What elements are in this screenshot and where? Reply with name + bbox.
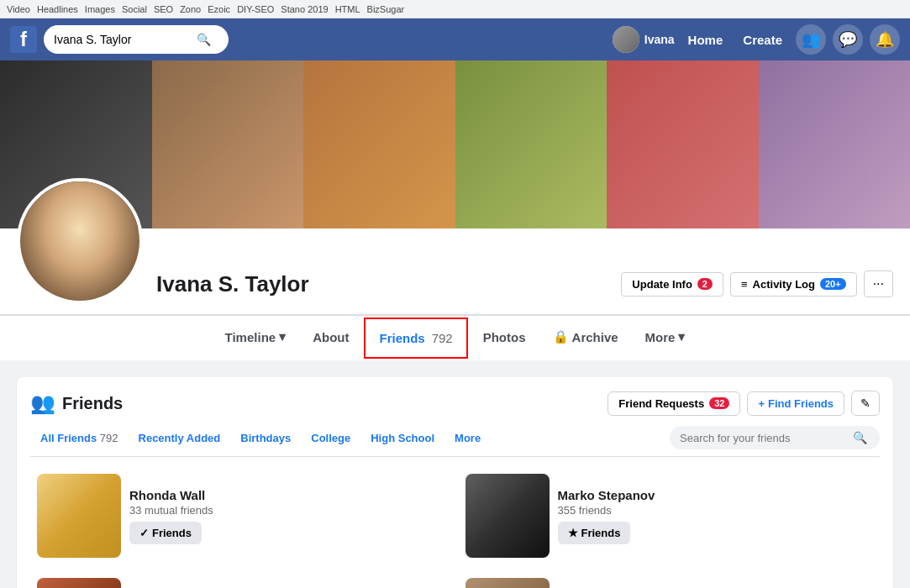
bookmark-social[interactable]: Social <box>122 4 147 14</box>
tab-about-label: About <box>313 330 349 344</box>
filter-recently-added[interactable]: Recently Added <box>129 427 231 449</box>
tab-timeline[interactable]: Timeline ▾ <box>212 318 300 359</box>
navbar-search-box: 🔍 <box>44 25 229 54</box>
list-item: Rhonda Wall 33 mutual friends ✓ Friends <box>30 467 452 564</box>
friend-avatar-marko[interactable] <box>466 474 550 558</box>
friends-search-icon[interactable]: 🔍 <box>853 431 867 444</box>
nav-notifications-icon[interactable]: 🔔 <box>870 24 900 55</box>
find-friends-button[interactable]: + Find Friends <box>747 391 844 416</box>
friend-mutual-rhonda: 33 mutual friends <box>129 504 445 517</box>
friends-filters: All Friends 792 Recently Added Birthdays… <box>30 426 880 457</box>
tab-photos[interactable]: Photos <box>470 318 539 359</box>
profile-name-area: Ivana S. Taylor <box>156 271 309 297</box>
bookmark-html[interactable]: HTML <box>335 4 360 14</box>
tab-more-label: More <box>645 330 676 344</box>
friends-header-right: Friend Requests 32 + Find Friends ✎ <box>608 391 880 416</box>
friends-grid: Rhonda Wall 33 mutual friends ✓ Friends … <box>30 467 880 588</box>
list-item: Marko Stepanov 355 friends ★ Friends <box>459 467 881 564</box>
friend-mutual-marko: 355 friends <box>558 504 874 517</box>
friend-avatar-rhonda[interactable] <box>37 474 121 558</box>
navbar: f 🔍 Ivana Home Create 👥 💬 🔔 <box>0 18 910 60</box>
navbar-search-input[interactable] <box>54 33 197 46</box>
filter-all-friends[interactable]: All Friends 792 <box>30 427 129 449</box>
friends-header: 👥 Friends Friend Requests 32 + Find Frie… <box>30 391 880 416</box>
tab-timeline-label: Timeline <box>225 330 276 344</box>
bookmark-bizsugar[interactable]: BizSugar <box>367 4 405 14</box>
update-info-button[interactable]: Update Info 2 <box>621 272 723 297</box>
cover-col-2 <box>152 60 304 228</box>
bookmark-images[interactable]: Images <box>85 4 115 14</box>
bookmark-video[interactable]: Video <box>7 4 30 14</box>
tab-about[interactable]: About <box>299 318 362 359</box>
cover-area: Ivana S. Taylor Update Info 2 ≡ Activity… <box>0 60 910 360</box>
update-info-badge: 2 <box>697 278 713 290</box>
tab-more[interactable]: More ▾ <box>632 318 699 359</box>
friend-avatar-image-kathy <box>466 578 550 588</box>
friend-action-marko[interactable]: ★ Friends <box>558 522 631 544</box>
navbar-search-icon[interactable]: 🔍 <box>197 33 211 46</box>
navbar-user[interactable]: Ivana <box>613 26 675 53</box>
friend-action-rhonda[interactable]: ✓ Friends <box>129 522 202 544</box>
tab-friends[interactable]: Friends 792 <box>364 318 467 359</box>
lock-icon: 🔒 <box>553 329 569 344</box>
bookmark-diy-seo[interactable]: DIY-SEO <box>237 4 274 14</box>
profile-tabs: Timeline ▾ About Friends 792 Photos 🔒 Ar… <box>0 315 910 360</box>
activity-log-label: Activity Log <box>753 278 815 291</box>
nav-home-link[interactable]: Home <box>681 29 730 50</box>
friend-name-marko[interactable]: Marko Stepanov <box>558 488 874 502</box>
friend-avatar-victoria[interactable] <box>37 578 121 588</box>
friend-avatar-kathy[interactable] <box>466 578 550 588</box>
nav-messenger-icon[interactable]: 💬 <box>833 24 863 55</box>
profile-area: Ivana S. Taylor Update Info 2 ≡ Activity… <box>0 228 910 315</box>
filter-all-count: 792 <box>100 432 118 444</box>
activity-log-button[interactable]: ≡ Activity Log 20+ <box>730 272 857 297</box>
friend-avatar-image-rhonda <box>37 474 121 558</box>
main-content: 👥 Friends Friend Requests 32 + Find Frie… <box>0 360 910 588</box>
filter-high-school[interactable]: High School <box>360 427 444 449</box>
cover-col-6 <box>759 60 911 228</box>
friend-requests-badge: 32 <box>709 397 729 409</box>
facebook-logo-letter: f <box>20 28 27 51</box>
friend-requests-label: Friend Requests <box>618 397 704 410</box>
checkmark-icon: ✓ <box>139 527 149 539</box>
filter-birthdays[interactable]: Birthdays <box>230 427 301 449</box>
bell-icon: 🔔 <box>876 30 894 49</box>
friends-section-icon: 👥 <box>30 391 55 415</box>
dots-icon: ··· <box>873 276 884 291</box>
facebook-logo[interactable]: f <box>10 26 37 53</box>
activity-log-badge: 20+ <box>820 278 846 290</box>
profile-name: Ivana S. Taylor <box>156 271 309 297</box>
navbar-right: Ivana Home Create 👥 💬 🔔 <box>613 24 900 55</box>
filter-more-label: More <box>455 432 481 444</box>
list-item: Victoria Taylor 444 friends ★ Friends <box>30 571 452 588</box>
tab-archive[interactable]: 🔒 Archive <box>539 318 632 359</box>
bookmark-stano[interactable]: Stano 2019 <box>281 4 328 14</box>
friends-title-area: 👥 Friends <box>30 391 123 415</box>
friends-people-icon: 👥 <box>802 30 820 49</box>
friend-info-marko: Marko Stepanov 355 friends ★ Friends <box>558 488 874 544</box>
friends-search-input[interactable] <box>680 432 848 444</box>
find-friends-label: Find Friends <box>768 397 834 410</box>
tab-friends-count: 792 <box>432 331 453 345</box>
profile-avatar[interactable] <box>17 178 143 304</box>
more-options-button[interactable]: ··· <box>864 270 893 297</box>
bookmark-seo[interactable]: SEO <box>154 4 173 14</box>
friend-requests-button[interactable]: Friend Requests 32 <box>608 391 740 416</box>
nav-create-link[interactable]: Create <box>736 29 789 50</box>
filter-recently-added-label: Recently Added <box>139 432 221 444</box>
nav-friends-icon[interactable]: 👥 <box>796 24 826 55</box>
navbar-avatar-image <box>613 26 639 53</box>
star-icon-marko: ★ <box>568 527 578 539</box>
filter-college[interactable]: College <box>301 427 360 449</box>
profile-avatar-image <box>20 181 139 301</box>
tab-timeline-arrow: ▾ <box>279 329 286 344</box>
edit-friends-button[interactable]: ✎ <box>851 391 880 416</box>
bookmark-headlines[interactable]: Headlines <box>37 4 78 14</box>
friend-action-label-rhonda: Friends <box>152 527 192 539</box>
friend-name-rhonda[interactable]: Rhonda Wall <box>129 488 445 502</box>
friend-info-rhonda: Rhonda Wall 33 mutual friends ✓ Friends <box>129 488 445 544</box>
bookmark-ezoic[interactable]: Ezoic <box>208 4 230 14</box>
bookmark-zono[interactable]: Zono <box>180 4 201 14</box>
tab-more-arrow: ▾ <box>678 329 685 344</box>
filter-more[interactable]: More <box>444 427 491 449</box>
